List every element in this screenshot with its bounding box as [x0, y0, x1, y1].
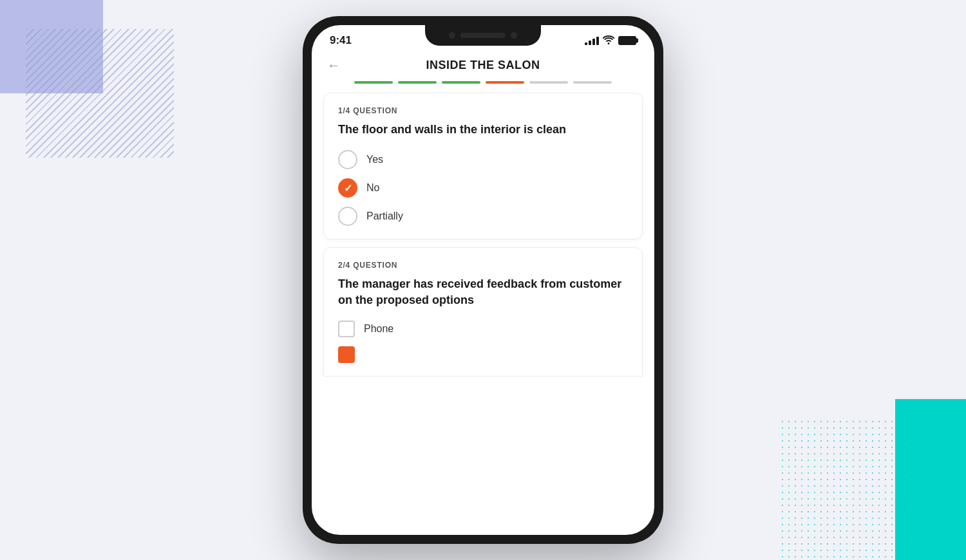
status-icons: [585, 35, 636, 46]
phone-frame: 9:41: [303, 16, 663, 544]
question-1-options: Yes No Partially: [338, 150, 628, 226]
option-partially[interactable]: Partially: [338, 207, 628, 226]
wifi-icon: [603, 35, 614, 46]
progress-indicators: [312, 77, 654, 93]
progress-step-1: [354, 81, 393, 84]
option-q2-second[interactable]: [338, 346, 628, 363]
question-card-1: 1/4 QUESTION The floor and walls in the …: [323, 93, 643, 239]
option-no-label: No: [366, 182, 379, 194]
phone-notch: [425, 25, 541, 46]
option-partially-label: Partially: [366, 210, 403, 222]
question-2-number: 2/4 QUESTION: [338, 261, 628, 270]
notch-speaker: [460, 33, 506, 38]
radio-partially[interactable]: [338, 207, 357, 226]
option-phone-label: Phone: [364, 323, 393, 335]
phone-screen: 9:41: [312, 25, 654, 535]
radio-no[interactable]: [338, 178, 357, 198]
page-title: INSIDE THE SALON: [426, 59, 540, 72]
progress-step-6: [573, 81, 612, 84]
option-phone[interactable]: Phone: [338, 321, 628, 337]
question-2-text: The manager has received feedback from c…: [338, 276, 628, 308]
progress-step-5: [529, 81, 568, 84]
option-yes[interactable]: Yes: [338, 150, 628, 169]
radio-yes[interactable]: [338, 150, 357, 169]
question-1-text: The floor and walls in the interior is c…: [338, 122, 628, 137]
option-yes-label: Yes: [366, 154, 383, 165]
status-time: 9:41: [330, 34, 352, 47]
bg-lines-pattern: [26, 29, 174, 158]
notch-camera-left: [449, 32, 455, 39]
page-header: ← INSIDE THE SALON: [312, 51, 654, 77]
checkbox-q2-second[interactable]: [338, 346, 355, 363]
notch-camera-right: [511, 32, 517, 39]
screen-content: ← INSIDE THE SALON 1/4 QUESTION: [312, 51, 654, 528]
progress-step-4: [486, 81, 524, 84]
questions-list: 1/4 QUESTION The floor and walls in the …: [312, 93, 654, 377]
battery-icon: [618, 36, 636, 45]
option-no[interactable]: No: [338, 178, 628, 198]
question-2-options: Phone: [338, 321, 628, 363]
phone-mockup: 9:41: [303, 16, 663, 544]
question-card-2: 2/4 QUESTION The manager has received fe…: [323, 247, 643, 377]
bg-cyan-dots: [779, 418, 908, 560]
signal-icon: [585, 36, 599, 45]
progress-step-3: [442, 81, 480, 84]
question-1-number: 1/4 QUESTION: [338, 106, 628, 115]
back-button[interactable]: ←: [327, 58, 340, 73]
progress-step-2: [398, 81, 437, 84]
checkbox-phone[interactable]: [338, 321, 355, 337]
